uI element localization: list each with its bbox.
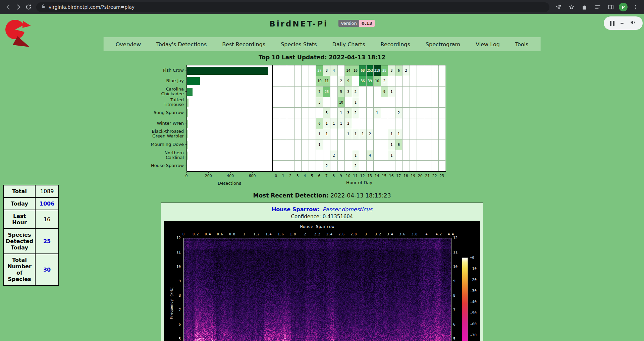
- spectrogram-x-tick: 4.2: [436, 232, 442, 236]
- heatmap-cell: 4: [330, 65, 338, 76]
- stat-label: Total Number of Species: [4, 254, 35, 285]
- spectrogram-y-tick: 10: [453, 265, 463, 269]
- heatmap-cell: [417, 65, 424, 76]
- nav-view-log[interactable]: View Log: [476, 41, 500, 48]
- send-icon[interactable]: [553, 2, 564, 12]
- url-bar[interactable]: virginia.birdnetpi.com/?stream=play: [36, 2, 549, 12]
- nav-best-recordings[interactable]: Best Recordings: [222, 41, 265, 48]
- hour-axis-tick: 8: [330, 174, 337, 178]
- detections-bar: [187, 99, 189, 107]
- reload-icon[interactable]: [23, 2, 34, 12]
- detection-species-latin[interactable]: Passer domesticus: [322, 206, 372, 213]
- heatmap-cell: [417, 139, 424, 150]
- hour-axis-tick: 7: [323, 174, 330, 178]
- heatmap-cell: 2: [352, 87, 360, 97]
- spectrogram-x-tick: 1.6: [278, 232, 284, 236]
- hour-axis-tick: 20: [417, 174, 424, 178]
- species-label: Blue Jay: [166, 78, 184, 83]
- spectrogram-y-tick: 7: [453, 308, 463, 312]
- frequency-axis-label: Frequency (kHz): [169, 286, 174, 319]
- heatmap-cell: 11: [323, 76, 331, 87]
- nav-daily-charts[interactable]: Daily Charts: [332, 41, 365, 48]
- heatmap-cell: [367, 161, 374, 171]
- menu-kebab-icon[interactable]: [631, 2, 641, 12]
- stat-value-link[interactable]: 25: [35, 229, 59, 254]
- heatmap-cell: [424, 108, 432, 118]
- heatmap-cell: [395, 97, 403, 108]
- nav-species-stats[interactable]: Species Stats: [281, 41, 317, 48]
- colorbar-tick: -20: [470, 278, 477, 282]
- heatmap-cell: [323, 139, 331, 150]
- hour-ticks: 01234567891011121314151617181920212223: [272, 174, 446, 178]
- heatmap-cell: [287, 150, 294, 161]
- nav-recordings[interactable]: Recordings: [380, 41, 410, 48]
- hour-axis-tick: 3: [294, 174, 302, 178]
- url-text: virginia.birdnetpi.com/?stream=play: [49, 4, 135, 10]
- detections-bar: [187, 141, 188, 149]
- bookmark-star-icon[interactable]: [567, 2, 577, 12]
- tab-list-icon[interactable]: [593, 2, 603, 12]
- heatmap-cell: [367, 139, 374, 150]
- heatmap-cell: [359, 161, 367, 171]
- hour-axis-tick: 1: [280, 174, 287, 178]
- nav-tools[interactable]: Tools: [515, 41, 528, 48]
- heatmap-cell: 1: [345, 129, 352, 140]
- volume-icon[interactable]: [630, 19, 637, 27]
- heatmap-cell: [431, 65, 439, 76]
- nav-todays-detections[interactable]: Today's Detections: [156, 41, 207, 48]
- spectrogram-y-tick: 5: [171, 337, 181, 341]
- heatmap-cell: 10: [374, 76, 381, 87]
- heatmap-cell: 3: [316, 97, 323, 108]
- side-panel-icon[interactable]: [606, 2, 616, 12]
- nav-overview[interactable]: Overview: [116, 41, 141, 48]
- heatmap-cell: 1: [323, 129, 331, 140]
- species-label: Northern Cardinal: [150, 151, 184, 160]
- nav-spectrogram[interactable]: Spectrogram: [426, 41, 460, 48]
- spectrogram-colorbar: [462, 258, 468, 341]
- back-icon[interactable]: [3, 2, 13, 12]
- heatmap-cell: [352, 118, 360, 129]
- detections-axis-label: Detections: [186, 181, 272, 186]
- spectrogram-y-tick: 9: [171, 279, 181, 283]
- heatmap-cell: [287, 65, 294, 76]
- stats-row-total-species: Total Number of Species 30: [4, 254, 59, 285]
- heatmap-cell: 10: [316, 76, 323, 87]
- spectrogram-x-tick: 3.4: [387, 232, 393, 236]
- pause-button[interactable]: [610, 21, 614, 26]
- heatmap-cell: 2: [330, 150, 338, 161]
- detection-species-link[interactable]: House Sparrow:: [272, 206, 320, 213]
- version-label: Version: [338, 20, 359, 27]
- top10-heading: Top 10 Last Updated: 2022-04-13 18:12: [0, 54, 644, 61]
- heatmap-cell: [273, 150, 280, 161]
- heatmap-cell: 16: [352, 65, 360, 76]
- heatmap-cell: [273, 139, 280, 150]
- heatmap-cell: [338, 65, 345, 76]
- birdnet-pi-page: BirdNET-Pi Version0.13 Overview Today's …: [0, 14, 644, 341]
- heatmap-cell: [424, 139, 432, 150]
- heatmap-cell: [345, 150, 352, 161]
- spectrogram-canvas: [183, 238, 451, 341]
- profile-avatar[interactable]: P: [619, 3, 628, 11]
- heatmap-cell: 1: [374, 108, 381, 118]
- heatmap-cell: [431, 76, 439, 87]
- heatmap-cell: [352, 76, 360, 87]
- heatmap-cell: [417, 118, 424, 129]
- hour-axis-tick: 22: [431, 174, 438, 178]
- heatmap-cell: [410, 76, 417, 87]
- heatmap-cell: [273, 161, 280, 171]
- extensions-icon[interactable]: [580, 2, 590, 12]
- heatmap-cell: 4: [367, 150, 374, 161]
- detections-axis: Detections 0200400600: [186, 171, 272, 187]
- detections-bar: [187, 109, 188, 117]
- heatmap-cell: [309, 108, 316, 118]
- heatmap-cell: [294, 139, 302, 150]
- heatmap-cell: [359, 108, 367, 118]
- stat-value-link[interactable]: 30: [35, 254, 59, 285]
- hour-axis-tick: 21: [424, 174, 431, 178]
- heatmap-cell: 39: [367, 76, 374, 87]
- detections-axis-tick: 0: [185, 174, 188, 178]
- forward-icon[interactable]: [13, 2, 23, 12]
- stat-value-link[interactable]: 1006: [35, 197, 59, 210]
- hour-axis-tick: 13: [366, 174, 374, 178]
- seek-dash-icon[interactable]: [621, 23, 624, 24]
